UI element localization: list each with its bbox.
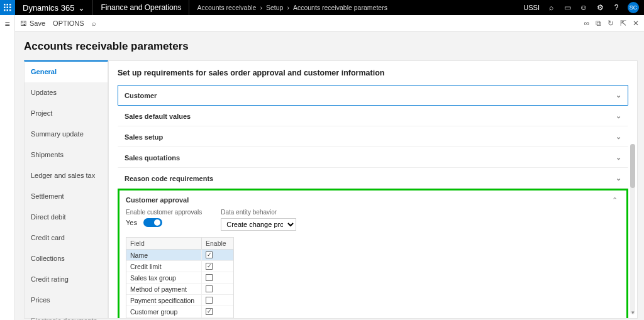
scroll-down-icon[interactable]: ▾ bbox=[630, 309, 635, 316]
grid-checkbox[interactable] bbox=[206, 308, 213, 315]
chevron-right-icon: › bbox=[260, 4, 262, 11]
grid-cell-field: Tax exempt number bbox=[126, 317, 202, 319]
sidenav-item-electronic-documents[interactable]: Electronic documents bbox=[25, 311, 108, 320]
hamburger-icon[interactable]: ≡ bbox=[4, 19, 9, 29]
gear-icon[interactable]: ⚙ bbox=[595, 3, 605, 13]
options-button[interactable]: OPTIONS bbox=[53, 19, 84, 27]
fasttab-label: Sales setup bbox=[125, 133, 163, 141]
svg-rect-1 bbox=[7, 4, 9, 6]
grid-cell-field: Credit limit bbox=[126, 261, 202, 272]
grid-row[interactable]: Credit limit bbox=[126, 261, 233, 272]
help-icon[interactable]: ? bbox=[611, 3, 621, 13]
sidenav-item-ledger[interactable]: Ledger and sales tax bbox=[25, 165, 108, 186]
sidenav-item-general[interactable]: General bbox=[25, 62, 108, 82]
grid-cell-field: Name bbox=[126, 250, 202, 260]
fasttab-sales-quotations[interactable]: Sales quotations ⌄ bbox=[118, 147, 628, 168]
svg-rect-2 bbox=[9, 4, 11, 6]
grid-row[interactable]: Method of payment bbox=[126, 284, 233, 295]
refresh-icon[interactable]: ↻ bbox=[608, 19, 614, 28]
sidenav-item-credit-card[interactable]: Credit card bbox=[25, 228, 108, 248]
sidenav-item-direct-debit[interactable]: Direct debit bbox=[25, 207, 108, 228]
fasttab-sales-default[interactable]: Sales default values ⌄ bbox=[118, 106, 628, 126]
app-launcher[interactable] bbox=[0, 0, 15, 15]
panel-description: Set up requirements for sales order appr… bbox=[118, 69, 628, 77]
main-panel: Set up requirements for sales order appr… bbox=[108, 60, 638, 319]
fasttab-sales-setup[interactable]: Sales setup ⌄ bbox=[118, 126, 628, 147]
grid-cell-field: Method of payment bbox=[126, 284, 202, 294]
svg-rect-7 bbox=[7, 9, 9, 11]
entity-behavior-select[interactable]: Create change proposals bbox=[221, 218, 296, 231]
fasttab-label: Sales default values bbox=[125, 113, 191, 120]
svg-rect-6 bbox=[4, 9, 6, 11]
office-icon[interactable]: ⧉ bbox=[596, 19, 601, 28]
close-icon[interactable]: ✕ bbox=[633, 19, 639, 28]
emoji-icon[interactable]: ☺ bbox=[579, 3, 589, 13]
brand-dropdown[interactable]: Dynamics 365 ⌄ bbox=[15, 0, 93, 15]
sidenav-item-shipments[interactable]: Shipments bbox=[25, 145, 108, 165]
svg-rect-4 bbox=[7, 7, 9, 9]
chevron-right-icon: › bbox=[287, 4, 289, 11]
brand-label: Dynamics 365 bbox=[23, 3, 74, 13]
sidenav-item-settlement[interactable]: Settlement bbox=[25, 186, 108, 207]
grid-cell-field: Customer group bbox=[126, 306, 202, 317]
enable-approvals-toggle[interactable] bbox=[143, 218, 162, 227]
breadcrumb-item[interactable]: Accounts receivable parameters bbox=[293, 4, 387, 11]
chevron-down-icon: ⌄ bbox=[616, 91, 621, 99]
sidenav-item-collections[interactable]: Collections bbox=[25, 248, 108, 269]
search-cmd[interactable]: ⌕ bbox=[92, 19, 96, 27]
breadcrumb: Accounts receivable › Setup › Accounts r… bbox=[189, 4, 394, 11]
fasttab-customer[interactable]: Customer ⌄ bbox=[118, 85, 628, 106]
search-icon[interactable]: ⌕ bbox=[546, 3, 556, 13]
grid-row[interactable]: Customer group bbox=[126, 306, 233, 317]
grid-checkbox[interactable] bbox=[206, 274, 213, 281]
module-label[interactable]: Finance and Operations bbox=[93, 0, 189, 15]
grid-row[interactable]: Name bbox=[126, 250, 233, 261]
fasttab-label: Sales quotations bbox=[125, 154, 180, 162]
messages-icon[interactable]: ▭ bbox=[562, 3, 572, 13]
fasttab-reason-code[interactable]: Reason code requirements ⌄ bbox=[118, 168, 628, 189]
section-title: Customer approval bbox=[126, 196, 189, 204]
scrollbar-thumb[interactable] bbox=[630, 144, 635, 188]
svg-rect-8 bbox=[9, 9, 11, 11]
entity-behavior-label: Data entity behavior bbox=[221, 209, 296, 216]
fasttab-customer-approval[interactable]: Customer approval bbox=[119, 190, 626, 206]
left-rail: ≡ bbox=[0, 15, 15, 320]
breadcrumb-item[interactable]: Accounts receivable bbox=[197, 4, 256, 11]
chevron-down-icon: ⌄ bbox=[616, 153, 621, 162]
grid-checkbox[interactable] bbox=[206, 263, 213, 270]
breadcrumb-item[interactable]: Setup bbox=[266, 4, 283, 11]
sidenav-item-project[interactable]: Project bbox=[25, 103, 108, 124]
grid-row[interactable]: Sales tax group bbox=[126, 272, 233, 284]
save-button[interactable]: 🖫 Save bbox=[20, 19, 45, 27]
chevron-down-icon: ⌄ bbox=[78, 3, 85, 13]
save-icon: 🖫 bbox=[20, 19, 27, 27]
fasttab-label: Reason code requirements bbox=[125, 175, 213, 182]
global-nav: Dynamics 365 ⌄ Finance and Operations Ac… bbox=[0, 0, 644, 15]
link-icon[interactable]: ∞ bbox=[584, 19, 589, 28]
sidenav-item-updates[interactable]: Updates bbox=[25, 82, 108, 103]
chevron-down-icon: ⌄ bbox=[616, 174, 621, 182]
popout-icon[interactable]: ⇱ bbox=[620, 19, 626, 28]
page-title: Accounts receivable parameters bbox=[24, 40, 638, 53]
chevron-down-icon: ⌄ bbox=[616, 133, 621, 141]
grid-checkbox[interactable] bbox=[206, 251, 213, 258]
options-label: OPTIONS bbox=[53, 19, 84, 27]
grid-header-enable[interactable]: Enable bbox=[202, 238, 233, 249]
search-icon: ⌕ bbox=[92, 19, 96, 27]
grid-cell-field: Sales tax group bbox=[126, 272, 202, 283]
grid-header-field[interactable]: Field bbox=[126, 238, 202, 249]
sidenav-item-credit-rating[interactable]: Credit rating bbox=[25, 269, 108, 290]
sidenav-item-summary-update[interactable]: Summary update bbox=[25, 124, 108, 145]
sidenav-item-prices[interactable]: Prices bbox=[25, 290, 108, 311]
parameters-sidenav: General Updates Project Summary update S… bbox=[24, 60, 108, 319]
avatar[interactable]: SC bbox=[628, 2, 639, 13]
svg-rect-3 bbox=[4, 7, 6, 9]
grid-row[interactable]: Payment specification bbox=[126, 295, 233, 306]
fasttab-label: Customer bbox=[125, 92, 157, 99]
grid-checkbox[interactable] bbox=[206, 285, 213, 292]
grid-row[interactable]: Tax exempt number bbox=[126, 317, 233, 319]
grid-checkbox[interactable] bbox=[206, 297, 213, 304]
company-code[interactable]: USSI bbox=[523, 4, 540, 11]
vertical-scrollbar[interactable]: ▾ bbox=[630, 144, 635, 314]
chevron-up-icon[interactable]: ⌃ bbox=[612, 196, 618, 204]
